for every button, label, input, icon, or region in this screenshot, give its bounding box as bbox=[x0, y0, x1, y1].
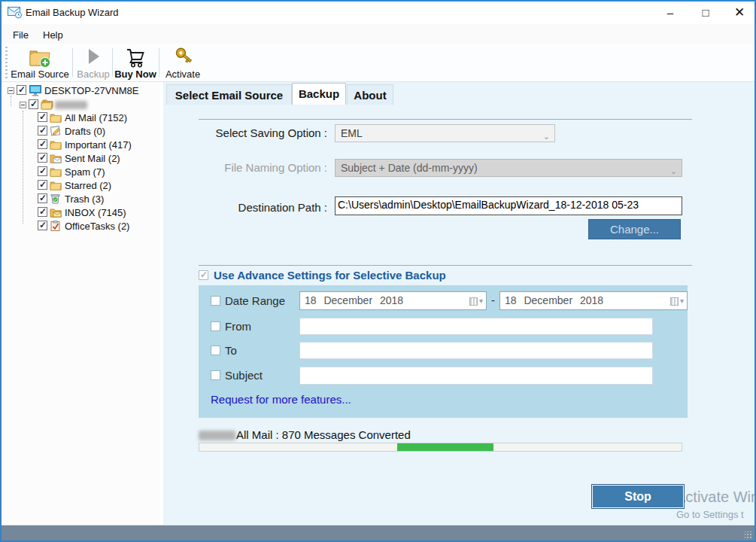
folder-icon bbox=[50, 140, 62, 152]
to-checkbox[interactable] bbox=[211, 346, 220, 355]
key-icon bbox=[162, 46, 203, 69]
request-features-link[interactable]: Request for more features... bbox=[211, 393, 351, 406]
folder-checkbox[interactable] bbox=[38, 221, 47, 230]
folder-icon bbox=[50, 181, 62, 193]
folder-label[interactable]: Important (417) bbox=[65, 139, 132, 151]
folder-tree: DESKTOP-27VNM8E All Mail (7152) bbox=[2, 82, 160, 525]
folder-checkbox[interactable] bbox=[38, 112, 47, 122]
status-bar bbox=[2, 525, 754, 540]
saving-option-value: EML bbox=[341, 127, 363, 139]
shopping-cart-icon bbox=[114, 46, 156, 69]
subject-input[interactable] bbox=[299, 367, 653, 385]
folder-checkbox[interactable] bbox=[38, 126, 47, 136]
calendar-icon[interactable]: ▾ bbox=[462, 294, 484, 308]
to-input[interactable] bbox=[299, 342, 653, 359]
progress-bar bbox=[199, 443, 682, 452]
folder-label[interactable]: Trash (3) bbox=[65, 193, 104, 205]
main-panel: Select Email Source Backup About Select … bbox=[163, 82, 756, 525]
date-range-label: Date Range bbox=[225, 294, 285, 307]
close-button[interactable]: ✕ bbox=[722, 2, 756, 24]
tab-backup[interactable]: Backup bbox=[292, 83, 346, 105]
folder-label[interactable]: INBOX (7145) bbox=[65, 207, 126, 218]
change-button[interactable]: Change... bbox=[588, 219, 681, 239]
drafts-icon bbox=[50, 126, 62, 139]
advance-settings-panel: Date Range 18 December 2018 ▾ - 18 Decem… bbox=[199, 285, 688, 418]
email-source-label: Email Source bbox=[9, 69, 71, 80]
folder-checkbox[interactable] bbox=[38, 193, 47, 203]
tab-select-email-source[interactable]: Select Email Source bbox=[166, 84, 292, 105]
maximize-button[interactable]: □ bbox=[688, 2, 723, 24]
app-envelope-icon bbox=[8, 6, 23, 22]
toolbar-separator bbox=[159, 48, 159, 77]
backup-button[interactable]: Backup bbox=[77, 45, 110, 80]
from-input[interactable] bbox=[299, 318, 653, 335]
progress-status-text: All Mail : 870 Messages Converted bbox=[236, 428, 411, 441]
folder-checkbox[interactable] bbox=[38, 180, 47, 190]
divider bbox=[199, 265, 692, 266]
naming-option-value: Subject + Date (dd-mm-yyyy) bbox=[341, 162, 478, 174]
date-to-value: 18 December 2018 bbox=[505, 294, 603, 306]
inbox-icon bbox=[50, 208, 62, 220]
saving-option-label: Select Saving Option : bbox=[195, 126, 327, 139]
folder-label[interactable]: Drafts (0) bbox=[65, 126, 105, 137]
saving-option-select[interactable]: EML ⌄ bbox=[335, 124, 555, 142]
collapse-icon[interactable] bbox=[20, 102, 26, 108]
toolbar-separator bbox=[72, 48, 73, 77]
folder-checkbox[interactable] bbox=[38, 207, 47, 217]
divider bbox=[199, 119, 692, 120]
folder-checkbox[interactable] bbox=[38, 139, 47, 149]
from-label: From bbox=[225, 320, 251, 333]
destination-path-label: Destination Path : bbox=[195, 201, 327, 214]
tasks-icon bbox=[50, 221, 61, 233]
buy-now-label: Buy Now bbox=[114, 69, 156, 80]
subject-checkbox[interactable] bbox=[211, 370, 220, 380]
destination-path-input[interactable]: C:\Users\admin\Desktop\EmailBackupWizard… bbox=[335, 196, 682, 215]
activate-label: Activate bbox=[162, 69, 203, 80]
to-label: To bbox=[225, 344, 237, 357]
stop-button[interactable]: Stop bbox=[591, 484, 685, 509]
root-checkbox[interactable] bbox=[17, 85, 26, 95]
folder-icon bbox=[50, 113, 62, 125]
date-range-checkbox[interactable] bbox=[211, 296, 220, 306]
chevron-down-icon: ⌄ bbox=[543, 128, 550, 145]
from-checkbox[interactable] bbox=[211, 321, 220, 331]
naming-option-select[interactable]: Subject + Date (dd-mm-yyyy) ⌄ bbox=[335, 159, 682, 177]
email-source-button[interactable]: Email Source bbox=[9, 45, 71, 80]
tab-about[interactable]: About bbox=[347, 84, 393, 105]
collapse-icon[interactable] bbox=[8, 87, 14, 94]
toolbar-separator bbox=[112, 48, 113, 77]
folder-checkbox[interactable] bbox=[38, 166, 47, 176]
tree-root-label[interactable]: DESKTOP-27VNM8E bbox=[44, 85, 138, 96]
buy-now-button[interactable]: Buy Now bbox=[114, 45, 156, 80]
folder-label[interactable]: All Mail (7152) bbox=[65, 112, 127, 123]
resize-grip-icon[interactable] bbox=[745, 531, 752, 539]
progress-bar-fill bbox=[397, 443, 493, 451]
folder-label[interactable]: Starred (2) bbox=[65, 180, 111, 191]
backup-label: Backup bbox=[77, 69, 110, 80]
chevron-down-icon: ⌄ bbox=[670, 163, 677, 179]
subject-label: Subject bbox=[225, 369, 263, 382]
folder-label[interactable]: OfficeTasks (2) bbox=[65, 221, 129, 232]
folder-icon bbox=[50, 167, 62, 179]
window-title: Email Backup Wizard bbox=[26, 7, 119, 18]
play-icon bbox=[77, 46, 110, 67]
folder-stack-icon bbox=[41, 99, 53, 112]
minimize-button[interactable]: – bbox=[653, 2, 688, 24]
menu-bar: File Help bbox=[2, 24, 754, 44]
folder-label[interactable]: Spam (7) bbox=[65, 166, 105, 178]
calendar-icon[interactable]: ▾ bbox=[663, 294, 685, 308]
activate-button[interactable]: Activate bbox=[162, 45, 203, 80]
date-to-picker[interactable]: 18 December 2018 ▾ bbox=[499, 291, 688, 310]
date-from-picker[interactable]: 18 December 2018 ▾ bbox=[299, 291, 487, 310]
folder-add-icon bbox=[9, 46, 71, 69]
menu-help[interactable]: Help bbox=[38, 28, 68, 42]
progress-prefix-redacted bbox=[199, 431, 235, 440]
folder-label[interactable]: Sent Mail (2) bbox=[65, 153, 120, 164]
menu-file[interactable]: File bbox=[8, 28, 33, 42]
advance-settings-checkbox[interactable] bbox=[199, 270, 208, 280]
app-window: Email Backup Wizard – □ ✕ File Help Emai… bbox=[0, 0, 756, 542]
folder-checkbox[interactable] bbox=[38, 153, 47, 163]
account-checkbox[interactable] bbox=[29, 99, 38, 109]
title-bar: Email Backup Wizard – □ ✕ bbox=[2, 2, 754, 24]
tree-connector bbox=[11, 96, 11, 106]
